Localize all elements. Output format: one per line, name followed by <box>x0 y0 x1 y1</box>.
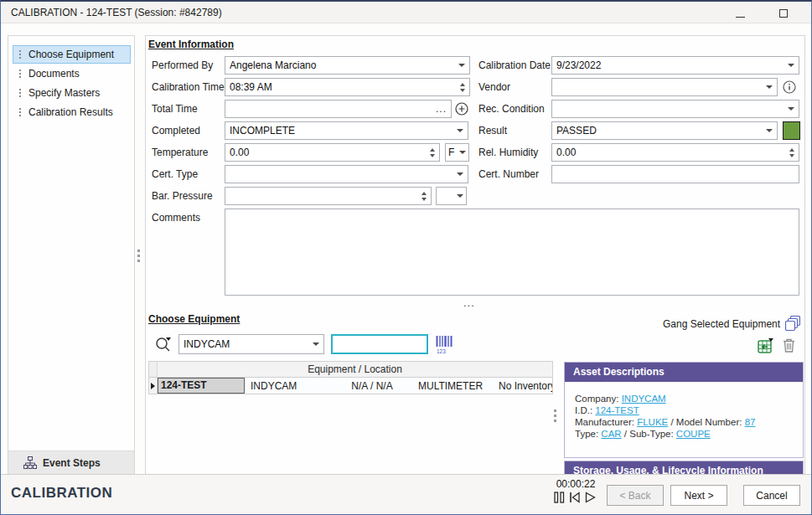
equipment-table: Equipment / Location 124-TEST INDYCAM N/… <box>148 361 553 394</box>
rel-humidity-label: Rel. Humidity <box>478 143 538 162</box>
skip-to-start-icon[interactable] <box>569 492 581 503</box>
type-link[interactable]: CAR <box>601 429 621 439</box>
grip-dots-icon <box>19 108 21 116</box>
temperature-value: 0.00 <box>230 147 426 158</box>
cell-location[interactable]: N/A / N/A <box>328 380 416 392</box>
result-label: Result <box>478 121 507 140</box>
asset-descriptions-panel: Asset Descriptions Company: INDYCAM I.D.… <box>564 362 804 458</box>
asset-id-link[interactable]: 124-TEST <box>595 405 639 415</box>
chevron-down-icon <box>457 173 463 176</box>
completed-value: INCOMPLETE <box>230 125 453 136</box>
play-icon[interactable] <box>585 492 596 503</box>
timer-controls <box>554 492 596 503</box>
chevron-down-icon <box>459 151 466 154</box>
table-corner-cell <box>149 362 158 377</box>
calibration-time-spinner[interactable]: 08:39 AM <box>225 78 470 96</box>
barcode-scan-button[interactable]: 123 <box>436 336 453 353</box>
back-button[interactable]: < Back <box>607 485 664 506</box>
grip-dots-icon <box>19 70 21 78</box>
cancel-button[interactable]: Cancel <box>743 485 800 506</box>
row-indicator-cell <box>149 378 158 394</box>
title-bar: CALIBRATION - 124-TEST (Session: #842789… <box>1 2 811 23</box>
session-timer: 00:00:22 <box>554 478 597 490</box>
browse-ellipsis-icon[interactable]: ... <box>436 103 447 115</box>
chevron-down-icon <box>457 129 463 132</box>
result-select[interactable]: PASSED <box>551 121 778 140</box>
minimize-button[interactable] <box>727 6 753 21</box>
rec-condition-select[interactable] <box>551 100 799 118</box>
sidebar-item-documents[interactable]: Documents <box>13 64 131 83</box>
add-time-button[interactable] <box>455 102 468 116</box>
maximize-icon <box>779 9 788 18</box>
search-menu-button[interactable] <box>154 335 173 353</box>
equipment-filter-select[interactable]: INDYCAM <box>178 334 324 354</box>
equipment-search-input[interactable] <box>331 334 428 354</box>
sidebar-item-calibration-results[interactable]: Calibration Results <box>13 103 131 121</box>
manufacturer-link[interactable]: FLUKE <box>637 417 668 427</box>
calibration-time-label: Calibration Time <box>152 78 225 96</box>
equipment-table-header[interactable]: Equipment / Location <box>149 362 552 378</box>
model-number-link[interactable]: 87 <box>745 417 756 427</box>
temperature-spinner[interactable]: 0.00 <box>225 143 440 162</box>
spinner-arrows-icon[interactable] <box>460 83 465 92</box>
trash-icon <box>783 338 795 353</box>
calibration-window: CALIBRATION - 124-TEST (Session: #842789… <box>0 0 812 515</box>
total-time-field[interactable]: ... <box>225 100 452 118</box>
delete-equipment-button[interactable] <box>783 338 795 353</box>
spinner-arrows-icon[interactable] <box>789 148 794 157</box>
rec-condition-label: Rec. Condition <box>478 100 545 118</box>
rel-humidity-spinner[interactable]: 0.00 <box>551 143 799 162</box>
calibration-time-value: 08:39 AM <box>230 81 456 93</box>
sidebar-item-label: Documents <box>28 68 80 80</box>
cell-type[interactable]: MULTIMETER <box>416 380 496 392</box>
grip-dots-icon <box>19 50 21 59</box>
cert-number-field[interactable] <box>551 165 799 183</box>
sidebar-item-choose-equipment[interactable]: Choose Equipment <box>13 45 131 64</box>
cert-type-select[interactable] <box>225 165 468 183</box>
chevron-down-icon <box>457 194 463 198</box>
event-steps-button[interactable]: Event Steps <box>8 451 134 474</box>
subtype-link[interactable]: COUPE <box>676 429 711 439</box>
vendor-select[interactable] <box>551 78 778 96</box>
bar-pressure-unit-select[interactable] <box>436 187 467 205</box>
sidebar-item-specify-masters[interactable]: Specify Masters <box>13 84 131 102</box>
panel-splitter-handle[interactable] <box>137 250 140 262</box>
section-collapse-handle[interactable]: ... <box>463 296 475 309</box>
asset-panel-splitter-handle[interactable] <box>554 409 556 422</box>
bar-pressure-spinner[interactable] <box>225 187 432 205</box>
sidebar-item-label: Specify Masters <box>28 87 100 99</box>
svg-text:123: 123 <box>437 348 446 354</box>
performed-by-label: Performed By <box>152 56 213 75</box>
temperature-unit-select[interactable]: F <box>445 143 469 162</box>
performed-by-select[interactable]: Angelena Marciano <box>225 56 470 75</box>
company-link[interactable]: INDYCAM <box>622 394 666 404</box>
row-arrow-icon <box>151 383 155 389</box>
gang-selected-equipment-label: Gang Selected Equipment <box>663 318 780 330</box>
vendor-info-button[interactable] <box>783 80 796 94</box>
footer-bar: CALIBRATION 00:00:22 < Back Next > Cance… <box>1 474 811 514</box>
next-button[interactable]: Next > <box>670 485 727 506</box>
calibration-date-select[interactable]: 9/23/2022 <box>551 56 799 75</box>
comments-textarea[interactable] <box>225 209 799 296</box>
maximize-button[interactable] <box>771 6 796 21</box>
pause-icon[interactable] <box>554 492 565 503</box>
table-row[interactable]: 124-TEST INDYCAM N/A / N/A MULTIMETER No… <box>149 378 552 394</box>
import-equipment-button[interactable] <box>758 338 774 353</box>
completed-select[interactable]: INCOMPLETE <box>225 121 468 140</box>
spinner-arrows-icon[interactable] <box>430 148 435 157</box>
info-icon <box>783 80 796 94</box>
completed-label: Completed <box>152 121 200 140</box>
calibration-date-label: Calibration Date <box>478 56 551 75</box>
type-label: Type: <box>575 429 598 439</box>
performed-by-value: Angelena Marciano <box>230 59 455 71</box>
event-steps-label: Event Steps <box>43 457 101 469</box>
barcode-icon: 123 <box>436 336 453 353</box>
gang-equipment-button[interactable] <box>785 316 800 332</box>
cell-inventory-status[interactable]: No Inventory <box>496 380 552 392</box>
temperature-unit-value: F <box>448 147 456 158</box>
minimize-icon <box>736 17 745 18</box>
cell-company[interactable]: INDYCAM <box>245 380 328 392</box>
spinner-arrows-icon[interactable] <box>422 192 427 201</box>
search-icon <box>154 335 173 353</box>
cell-equipment-id[interactable]: 124-TEST <box>158 378 245 394</box>
